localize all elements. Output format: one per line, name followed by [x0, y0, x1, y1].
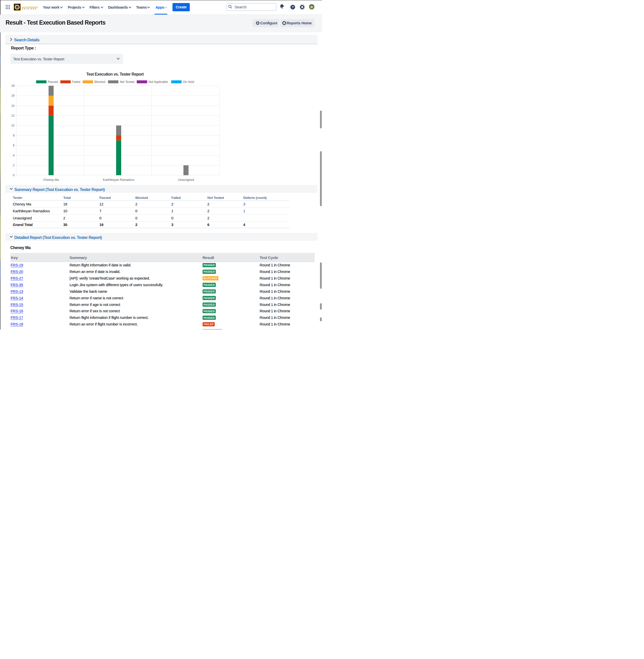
svg-text:7: 7: [99, 209, 101, 213]
svg-text:PASSED: PASSED: [204, 264, 215, 267]
svg-text:PASSED: PASSED: [204, 290, 215, 293]
svg-text:Test Execution vs. Tester Repo: Test Execution vs. Tester Report: [87, 72, 144, 76]
svg-text:2: 2: [207, 202, 209, 206]
svg-text:Detailed Report (Test Executio: Detailed Report (Test Execution vs. Test…: [15, 235, 102, 240]
svg-text:Total: Total: [63, 196, 71, 200]
svg-text:2: 2: [63, 216, 65, 220]
svg-text:2: 2: [13, 163, 15, 167]
svg-text:Result: Result: [203, 256, 214, 260]
svg-text:79F: 79F: [15, 4, 16, 5]
svg-text:6: 6: [13, 144, 15, 147]
svg-text:Return an error if flight numb: Return an error if flight number is inco…: [69, 322, 138, 326]
svg-text:Defects (count): Defects (count): [243, 196, 267, 200]
svg-text:14: 14: [11, 104, 15, 108]
svg-text:PASSED: PASSED: [204, 283, 215, 286]
svg-text:0: 0: [99, 216, 101, 220]
svg-text:4: 4: [243, 223, 245, 227]
svg-text:PASSED: PASSED: [204, 310, 215, 313]
svg-text:12: 12: [11, 114, 15, 117]
svg-text:Round 1 in Chrome: Round 1 in Chrome: [260, 283, 290, 287]
svg-text:4: 4: [13, 154, 15, 157]
svg-text:18: 18: [11, 84, 15, 88]
svg-text:Reports Home: Reports Home: [287, 21, 312, 25]
svg-text:FRS-35: FRS-35: [10, 283, 23, 287]
svg-text:Login Jira system with differe: Login Jira system with different types o…: [69, 283, 163, 287]
svg-text:8: 8: [13, 134, 15, 137]
svg-text:Karthikeyan Ramadoss: Karthikeyan Ramadoss: [103, 178, 134, 182]
svg-text:FRS-13: FRS-13: [10, 289, 23, 293]
svg-text:FRS-18: FRS-18: [10, 322, 23, 326]
svg-text:FRS-17: FRS-17: [10, 315, 23, 320]
svg-text:Round 1 in Chrome: Round 1 in Chrome: [260, 263, 290, 267]
svg-text:1: 1: [243, 209, 245, 213]
svg-text:Passed: Passed: [99, 196, 111, 200]
svg-text:2: 2: [135, 223, 137, 227]
svg-text:Round 1 in Chrome: Round 1 in Chrome: [260, 315, 290, 320]
svg-text:Summary Report (Test Execution: Summary Report (Test Execution vs. Teste…: [15, 188, 105, 192]
svg-text:[API]: verify 'createTestCase': [API]: verify 'createTestCase' working a…: [69, 276, 150, 280]
svg-text:Round 1 in Chrome: Round 1 in Chrome: [260, 309, 290, 313]
svg-text:6: 6: [207, 223, 209, 227]
svg-text:16: 16: [11, 94, 15, 97]
svg-text:Gf: Gf: [16, 6, 18, 8]
svg-text:Create: Create: [176, 5, 187, 9]
svg-text:10: 10: [63, 209, 67, 213]
svg-text:PASSED: PASSED: [204, 296, 215, 300]
svg-text:0: 0: [13, 174, 15, 177]
svg-text:FRS-19: FRS-19: [10, 263, 23, 267]
svg-text:Validate the bank name: Validate the bank name: [69, 289, 107, 293]
svg-text:19: 19: [99, 223, 104, 227]
svg-text:12: 12: [99, 202, 104, 206]
svg-text:18: 18: [63, 202, 67, 206]
svg-text:Round 1 in Chrome: Round 1 in Chrome: [260, 270, 290, 274]
svg-text:2: 2: [135, 202, 137, 206]
svg-text:Result - Test Execution Based: Result - Test Execution Based Reports: [5, 19, 106, 26]
svg-text:Unassigned: Unassigned: [178, 178, 194, 182]
svg-text:Passed: Passed: [48, 80, 58, 84]
svg-text:Cheney Ma: Cheney Ma: [43, 178, 59, 182]
svg-text:Return error if name is not co: Return error if name is not correct: [69, 296, 123, 300]
svg-text:Not Tested: Not Tested: [207, 196, 224, 200]
svg-text:2: 2: [171, 202, 174, 206]
svg-text:2: 2: [207, 216, 209, 220]
svg-text:Return flight information if f: Return flight information if flight numb…: [69, 315, 148, 320]
svg-text:Failed: Failed: [171, 196, 181, 200]
svg-text:0: 0: [135, 216, 137, 220]
svg-text:Failed: Failed: [72, 80, 80, 84]
svg-text:Search: Search: [234, 5, 247, 9]
svg-text:Round 1 in Chrome: Round 1 in Chrome: [260, 296, 290, 300]
svg-text:Dashboards: Dashboards: [108, 5, 128, 9]
svg-text:0: 0: [135, 209, 137, 213]
svg-text:FRS-14: FRS-14: [10, 296, 23, 300]
svg-text:Filters: Filters: [90, 5, 100, 9]
svg-text:3: 3: [243, 202, 245, 206]
svg-text:BLOCKED: BLOCKED: [204, 277, 217, 280]
svg-text:Round 1 in Chrome: Round 1 in Chrome: [260, 289, 290, 293]
svg-text:PASSED: PASSED: [204, 316, 215, 320]
svg-text:Summary: Summary: [69, 256, 87, 260]
svg-text:Round 1 in Chrome: Round 1 in Chrome: [260, 276, 290, 280]
svg-text:FRS-27: FRS-27: [10, 276, 23, 280]
svg-text:10: 10: [11, 124, 15, 127]
svg-text:Unassigned: Unassigned: [13, 216, 32, 220]
svg-text:HOLDINGS: HOLDINGS: [22, 8, 37, 9]
svg-text:Search Details: Search Details: [14, 38, 40, 42]
svg-text:FRS-16: FRS-16: [10, 309, 23, 313]
svg-text:Karthikeyan Ramadoss: Karthikeyan Ramadoss: [13, 209, 50, 213]
svg-text:2: 2: [207, 209, 209, 213]
svg-text:Cheney Ma: Cheney Ma: [10, 245, 31, 250]
svg-text:Cheney Ma: Cheney Ma: [13, 202, 31, 206]
svg-text:Not Tested: Not Tested: [120, 80, 134, 84]
svg-text:Grand Total: Grand Total: [13, 223, 33, 227]
svg-text:FAILED: FAILED: [204, 323, 214, 326]
svg-text:1: 1: [171, 209, 174, 213]
svg-text:Tester: Tester: [13, 196, 23, 200]
svg-text:Teams: Teams: [136, 5, 147, 9]
svg-text:PASSED: PASSED: [204, 303, 215, 306]
svg-text:Round 1 in Chrome: Round 1 in Chrome: [260, 322, 290, 326]
svg-text:PASSED: PASSED: [204, 270, 215, 273]
svg-text:Return an error if date is inv: Return an error if date is invalid.: [69, 270, 120, 274]
svg-text:3: 3: [171, 223, 174, 227]
svg-text:Not Applicable: Not Applicable: [148, 80, 168, 84]
svg-text:?: ?: [292, 5, 294, 9]
